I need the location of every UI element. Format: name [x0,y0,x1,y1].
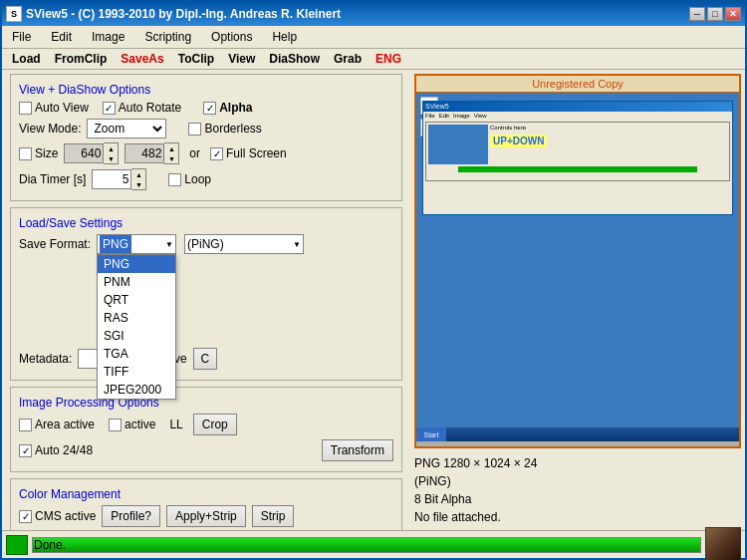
width-down-btn[interactable]: ▼ [104,153,118,163]
close-button[interactable]: ✕ [725,7,741,21]
format-dropdown-list: PNG PNM QRT RAS SGI TGA TIFF JPEG2000 [97,254,176,400]
preview-inner-detail: Controls here UP+DOWN [426,123,729,180]
area-active-checkbox[interactable] [19,419,32,431]
toolbar-diasshow[interactable]: DiaShow [263,51,326,67]
status-bar: Done. [2,530,745,558]
start-btn: Start [416,427,446,441]
transform-button[interactable]: Transform [322,439,393,461]
menu-options[interactable]: Options [205,28,258,46]
cms-active-checkbox[interactable] [19,510,32,523]
auto-rotate-checkbox[interactable] [103,102,116,115]
preview-inner-content: Controls here UP+DOWN [425,122,730,181]
view-options-row1: Auto View Auto Rotate Alpha [19,101,393,115]
cms-active-label[interactable]: CMS active [19,509,96,523]
format-select[interactable]: PNG ▼ [97,234,176,254]
c-button[interactable]: C [193,348,217,370]
full-screen-checkbox[interactable] [210,147,223,160]
menubar: File Edit Image Scripting Options Help [2,26,745,49]
view-mode-select[interactable]: Zoom [87,119,166,139]
toolbar-fromclip[interactable]: FromClip [49,51,114,67]
progress-bar [33,538,700,552]
format-option-jpeg2000[interactable]: JPEG2000 [98,381,175,399]
color-management-title: Color Management [19,487,393,501]
height-input[interactable] [124,143,164,163]
format-option-pnm[interactable]: PNM [98,273,175,291]
area-active-label[interactable]: Area active [19,418,95,431]
dia-timer-up-btn[interactable]: ▲ [131,169,145,179]
image-processing-title: Image Processing Options [19,396,393,410]
format-option-ras[interactable]: RAS [98,309,175,327]
auto-view-checkbox[interactable] [19,102,32,115]
width-spinbox: ▲ ▼ [64,142,119,164]
format-arrow-icon: ▼ [165,240,173,249]
toolbar-eng[interactable]: ENG [370,51,407,67]
borderless-checkbox[interactable] [188,123,201,136]
menu-image[interactable]: Image [86,28,130,46]
full-screen-label[interactable]: Full Screen [210,146,287,160]
active-checkbox[interactable] [109,419,122,431]
preview-text: Controls here [490,125,727,131]
profile-button[interactable]: Profile? [102,505,160,527]
view-diasshow-group: View + DiaShow Options Auto View Auto Ro… [10,74,402,201]
dia-timer-down-btn[interactable]: ▼ [131,179,145,189]
titlebar-buttons: ─ □ ✕ [689,7,741,21]
auto-label[interactable]: Auto 24/48 [19,443,93,457]
preview-blue-area [428,125,488,164]
height-spinbox: ▲ ▼ [124,142,179,164]
app-icon: S [6,6,22,22]
auto-rotate-label[interactable]: Auto Rotate [103,101,181,115]
left-panel: View + DiaShow Options Auto View Auto Ro… [2,70,410,530]
toolbar-view[interactable]: View [222,51,261,67]
menu-scripting[interactable]: Scripting [138,28,197,46]
minimize-button[interactable]: ─ [689,7,705,21]
crop-button[interactable]: Crop [193,414,237,435]
format-option-sgi[interactable]: SGI [98,327,175,345]
height-down-btn[interactable]: ▼ [164,153,178,163]
ll-label: LL [169,418,182,431]
load-save-title: Load/Save Settings [19,216,393,230]
maximize-button[interactable]: □ [707,7,723,21]
preview-header: Unregistered Copy [416,76,739,93]
auto-checkbox[interactable] [19,444,32,457]
apply-strip-button[interactable]: Apply+Strip [166,505,246,527]
size-label[interactable]: Size [19,146,58,160]
toolbar-saveas[interactable]: SaveAs [115,51,169,67]
format-option-qrt[interactable]: QRT [98,291,175,309]
dia-timer-spinbox: ▲ ▼ [92,168,146,190]
strip-button[interactable]: Strip [252,505,295,527]
dia-timer-input[interactable] [92,169,131,189]
view-mode-label: View Mode: [19,122,81,136]
image-processing-row2: Auto 24/48 Transform [19,439,393,461]
toolbar-toclip[interactable]: ToClip [172,51,220,67]
toolbar-load[interactable]: Load [6,51,47,67]
info-line2: (PiNG) [414,472,741,490]
loop-label[interactable]: Loop [168,172,211,186]
alpha-checkbox[interactable] [203,102,216,115]
loop-checkbox[interactable] [168,173,181,186]
width-up-btn[interactable]: ▲ [104,143,118,153]
menu-file[interactable]: File [6,28,37,46]
format-option-tga[interactable]: TGA [98,345,175,363]
toolbar-grab[interactable]: Grab [328,51,368,67]
preview-box: Unregistered Copy 📁 🖥 SView5 [414,74,741,448]
preview-window-title: SView5 [423,102,732,112]
color-management-row: CMS active Profile? Apply+Strip Strip [19,505,393,527]
format-option-png[interactable]: PNG [98,255,175,273]
active-label[interactable]: active [109,418,155,431]
width-input[interactable] [64,143,104,163]
view-options-row3: Size ▲ ▼ ▲ ▼ [19,142,393,164]
borderless-label[interactable]: Borderless [188,122,261,136]
right-panel: Unregistered Copy 📁 🖥 SView5 [410,70,745,530]
menu-help[interactable]: Help [266,28,303,46]
size-checkbox[interactable] [19,147,32,160]
thumbnail [705,527,741,561]
alpha-label[interactable]: Alpha [203,101,252,115]
auto-view-label[interactable]: Auto View [19,101,89,115]
preview-desktop: 📁 🖥 SView5 FileEditImageView [416,93,739,441]
format-option-tiff[interactable]: TIFF [98,363,175,381]
format-desc-select[interactable]: (PiNG) ▼ [184,234,304,254]
height-up-btn[interactable]: ▲ [164,143,178,153]
menu-edit[interactable]: Edit [45,28,78,46]
status-green-button[interactable] [6,535,28,555]
view-diasshow-title: View + DiaShow Options [19,83,393,97]
